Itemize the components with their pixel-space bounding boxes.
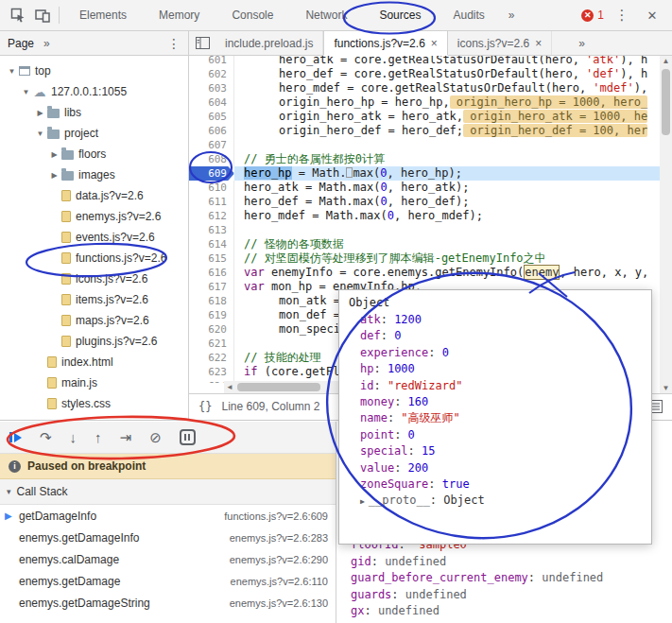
- line-number[interactable]: 615: [189, 251, 234, 266]
- chevron-down-icon[interactable]: ▼: [34, 130, 46, 138]
- object-property[interactable]: zoneSquare: true: [360, 476, 651, 493]
- call-stack-frame[interactable]: enemys.calDamageenemys.js?v=2.6:290: [0, 548, 336, 570]
- editor-tab[interactable]: functions.js?v=2.6×: [323, 31, 447, 56]
- code-text[interactable]: // 怪物的各项数据: [234, 237, 660, 251]
- code-text[interactable]: // 对坚固模仿等处理移到了脚本编辑-getEnemyInfo之中: [234, 251, 660, 266]
- inspect-element-icon[interactable]: [6, 3, 30, 27]
- step-into-icon[interactable]: ↓: [70, 430, 78, 444]
- object-property[interactable]: hp: 1000: [360, 361, 651, 377]
- line-number[interactable]: 611: [189, 195, 234, 209]
- object-property[interactable]: def: 0: [360, 328, 651, 344]
- chevron-right-icon[interactable]: ▶: [48, 171, 60, 180]
- object-property[interactable]: id: "redWizard": [360, 378, 651, 394]
- tab-close-icon[interactable]: ×: [535, 37, 542, 50]
- scroll-left-icon[interactable]: ◄: [224, 383, 235, 391]
- deactivate-breakpoints-icon[interactable]: ⊘: [149, 430, 162, 444]
- pause-on-exceptions-icon[interactable]: [180, 429, 196, 445]
- tree-item[interactable]: maps.js?v=2.6: [0, 310, 188, 331]
- line-number[interactable]: 601: [189, 56, 234, 67]
- call-stack-frame[interactable]: ▶getDamageInfofunctions.js?v=2.6:609: [0, 505, 336, 527]
- object-property[interactable]: name: "高级巫师": [360, 410, 651, 426]
- vertical-scrollbar-thumb[interactable]: [662, 69, 670, 135]
- pretty-print-icon[interactable]: {}: [189, 400, 221, 413]
- step-icon[interactable]: ⇥: [120, 430, 132, 444]
- line-number[interactable]: 619: [189, 308, 234, 322]
- tab-close-icon[interactable]: ×: [431, 37, 438, 50]
- code-text[interactable]: hero_atk = Math.max(0, hero_atk);: [234, 181, 660, 195]
- code-text[interactable]: hero_def = core.getRealStatusOrDefault(h…: [234, 67, 660, 81]
- step-out-icon[interactable]: ↑: [95, 430, 102, 444]
- line-number[interactable]: 613: [189, 223, 234, 237]
- chevron-down-icon[interactable]: ▼: [20, 88, 32, 96]
- panel-tab-memory[interactable]: Memory: [143, 0, 215, 31]
- call-stack-frame[interactable]: enemys.getDamageInfoenemys.js?v=2.6:283: [0, 527, 336, 548]
- resume-icon[interactable]: [9, 432, 22, 442]
- tree-item[interactable]: styles.css: [0, 393, 188, 414]
- code-text[interactable]: var enemyInfo = core.enemys.getEnemyInfo…: [234, 266, 660, 280]
- line-number[interactable]: 607: [189, 138, 234, 152]
- navigator-toggle-icon[interactable]: [189, 31, 215, 55]
- panel-tab-sources[interactable]: Sources: [363, 0, 437, 31]
- line-number[interactable]: 621: [189, 337, 234, 351]
- tree-item[interactable]: functions.js?v=2.6: [0, 248, 188, 268]
- tree-item[interactable]: icons.js?v=2.6: [0, 268, 188, 289]
- error-badge[interactable]: ✕ 1: [581, 9, 604, 22]
- tree-item[interactable]: index.html: [0, 352, 188, 372]
- code-text[interactable]: [234, 223, 660, 237]
- panel-tab-console[interactable]: Console: [215, 0, 289, 31]
- panel-tab-audits[interactable]: Audits: [437, 0, 500, 31]
- chevron-right-icon[interactable]: ▶: [48, 150, 60, 159]
- object-property[interactable]: money: 160: [360, 394, 651, 410]
- code-text[interactable]: hero_mdef = core.getRealStatusOrDefault(…: [234, 81, 660, 95]
- scroll-up-icon[interactable]: ▲: [660, 57, 672, 65]
- object-property[interactable]: atk: 1200: [360, 312, 651, 328]
- tree-item[interactable]: data.js?v=2.6: [0, 185, 188, 206]
- navigator-menu-icon[interactable]: ⋮: [167, 36, 181, 51]
- call-stack-header[interactable]: ▾ Call Stack: [0, 479, 336, 505]
- line-number[interactable]: 606: [189, 124, 234, 138]
- line-number[interactable]: 608: [189, 152, 234, 166]
- object-property[interactable]: experience: 0: [360, 345, 651, 361]
- code-text[interactable]: origin_hero_atk = hero_atk, origin_hero_…: [234, 110, 660, 124]
- more-panels-button[interactable]: »: [501, 9, 523, 22]
- tree-item[interactable]: ▼top: [0, 61, 188, 81]
- chevron-right-icon[interactable]: ▶: [34, 109, 46, 117]
- tree-item[interactable]: events.js?v=2.6: [0, 227, 188, 248]
- scroll-down-icon[interactable]: ▼: [660, 384, 672, 392]
- tree-item[interactable]: plugins.js?v=2.6: [0, 331, 188, 352]
- tree-item[interactable]: ▶floors: [0, 144, 188, 164]
- horizontal-scrollbar-thumb[interactable]: [237, 383, 320, 391]
- vertical-scrollbar[interactable]: ▲ ▼: [660, 56, 672, 393]
- line-number[interactable]: 614: [189, 237, 234, 251]
- chevron-right-icon[interactable]: ▶: [360, 497, 365, 506]
- chevron-down-icon[interactable]: ▼: [6, 67, 18, 76]
- tree-item[interactable]: ▶libs: [0, 102, 188, 123]
- code-text[interactable]: [234, 138, 660, 152]
- line-number[interactable]: 602: [189, 67, 234, 81]
- call-stack-frame[interactable]: enemys.getDamageStringenemys.js?v=2.6:13…: [0, 592, 336, 614]
- editor-more-tabs-button[interactable]: »: [578, 37, 585, 50]
- object-property[interactable]: special: 15: [360, 443, 651, 459]
- code-text[interactable]: // 勇士的各属性都按0计算: [234, 152, 660, 166]
- line-number[interactable]: 603: [189, 81, 234, 95]
- tree-item[interactable]: ▼☁127.0.0.1:1055: [0, 81, 188, 102]
- line-number[interactable]: 620: [189, 322, 234, 337]
- code-text[interactable]: origin_hero_hp = hero_hp, origin_hero_hp…: [234, 95, 660, 110]
- step-over-icon[interactable]: ↷: [40, 430, 52, 444]
- code-text[interactable]: hero_mdef = Math.max(0, hero_mdef);: [234, 209, 660, 223]
- line-number[interactable]: 622: [189, 351, 234, 365]
- object-property[interactable]: ▶__proto__: Object: [360, 493, 651, 510]
- panel-tab-elements[interactable]: Elements: [63, 0, 143, 31]
- tree-item[interactable]: ▼project: [0, 123, 188, 144]
- scope-variable[interactable]: guard_before_current_enemy: undefined: [351, 570, 603, 587]
- devtools-menu-icon[interactable]: ⋮: [610, 3, 634, 27]
- code-text[interactable]: origin_hero_def = hero_def; origin_hero_…: [234, 124, 660, 138]
- tree-item[interactable]: items.js?v=2.6: [0, 289, 188, 310]
- tab-page[interactable]: Page: [8, 37, 34, 50]
- line-number[interactable]: 616: [189, 266, 234, 280]
- line-number[interactable]: 604: [189, 95, 234, 110]
- call-stack-frame[interactable]: enemys.getDamageenemys.js?v=2.6:110: [0, 570, 336, 592]
- close-icon[interactable]: ✕: [640, 3, 664, 27]
- editor-tab[interactable]: icons.js?v=2.6×: [448, 31, 552, 55]
- line-number[interactable]: 605: [189, 110, 234, 124]
